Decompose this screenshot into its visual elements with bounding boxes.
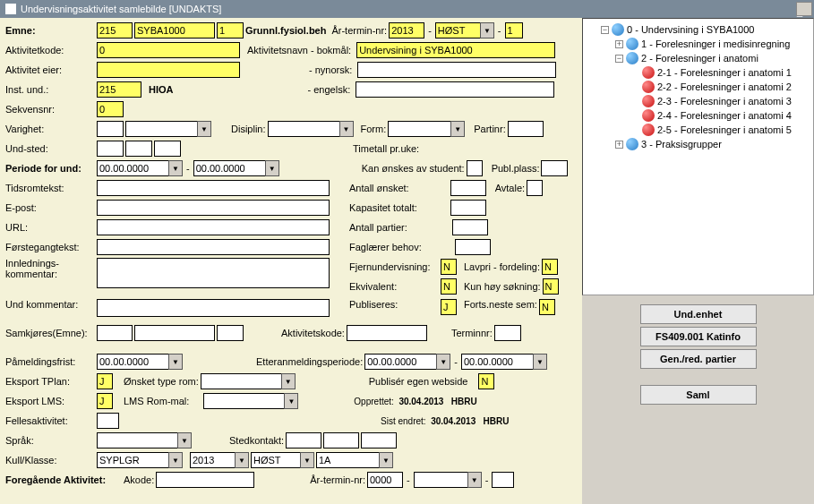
pub-web-input[interactable] [478, 373, 494, 389]
eksport-tplan-input[interactable] [97, 373, 113, 389]
und-sted-2[interactable] [125, 141, 152, 157]
katinfo-button[interactable]: FS409.001 Katinfo [640, 327, 757, 346]
und-sted-3[interactable] [154, 141, 181, 157]
etter-d1[interactable] [364, 354, 436, 370]
tree-node-2[interactable]: 2 - Forelesninger i anatomi [641, 53, 758, 64]
periode-d2[interactable] [193, 160, 265, 176]
tree-node-24[interactable]: 2-4 - Forelesninger i anatomi 4 [657, 110, 792, 121]
sam-2[interactable] [134, 325, 215, 341]
onsket-rom-dd[interactable]: ▼ [281, 373, 296, 389]
gen-red-partier-button[interactable]: Gen./red. partier [640, 349, 757, 369]
lavpri-input[interactable] [542, 259, 558, 275]
publiseres-input[interactable] [441, 299, 457, 315]
lms-mal-dd[interactable]: ▼ [284, 393, 298, 409]
periode-d1[interactable] [97, 160, 168, 176]
antall-partier-input[interactable] [452, 219, 488, 235]
sam-akt[interactable] [347, 325, 427, 341]
aktivitetsnavn-input[interactable] [356, 42, 555, 58]
kull-1[interactable] [97, 452, 168, 468]
fg-term-dd[interactable]: ▼ [467, 472, 482, 488]
fjernund-input[interactable] [441, 259, 457, 275]
eksport-lms-input[interactable] [97, 393, 113, 409]
onsket-rom-input[interactable] [201, 373, 281, 389]
emne-subject[interactable] [134, 22, 215, 38]
sprak-input[interactable] [97, 432, 177, 448]
tidsromtekst-input[interactable] [97, 180, 330, 196]
epost-input[interactable] [97, 200, 330, 216]
engelsk-input[interactable] [356, 81, 554, 98]
form-dd[interactable]: ▼ [450, 121, 465, 137]
tree-node-22[interactable]: 2-2 - Forelesninger i anatomi 2 [657, 81, 792, 92]
nr-input[interactable] [505, 22, 523, 38]
pamelding-d[interactable] [97, 354, 168, 370]
stedk-1[interactable] [286, 432, 321, 448]
fg-term[interactable] [414, 472, 467, 488]
collapse-icon[interactable]: − [615, 55, 623, 63]
disiplin-dd[interactable]: ▼ [339, 121, 354, 137]
etter-d2[interactable] [461, 354, 533, 370]
sam-term[interactable] [494, 325, 521, 341]
avtale-input[interactable] [527, 180, 543, 196]
kull-2[interactable] [190, 452, 235, 468]
periode-d2-dd[interactable]: ▼ [265, 160, 279, 176]
etter-d1-dd[interactable]: ▼ [436, 354, 450, 370]
sprak-dd[interactable]: ▼ [177, 432, 192, 448]
term-dropdown[interactable]: ▼ [480, 22, 494, 38]
tree-node-25[interactable]: 2-5 - Forelesninger i anatomi 5 [657, 124, 792, 135]
varighet-2[interactable] [125, 121, 197, 137]
saml-button[interactable]: Saml [640, 385, 757, 405]
emne-code[interactable] [97, 22, 133, 38]
fg-nr[interactable] [492, 472, 514, 488]
kan-onskes-input[interactable] [467, 160, 483, 176]
ar-input[interactable] [389, 22, 424, 38]
activity-tree[interactable]: −0 - Undervsining i SYBA1000 +1 - Forele… [582, 18, 814, 295]
aktivitetkode-input[interactable] [97, 42, 240, 58]
varighet-dd[interactable]: ▼ [197, 121, 211, 137]
faglarer-input[interactable] [455, 239, 491, 255]
stedk-3[interactable] [361, 432, 397, 448]
und-sted-1[interactable] [97, 141, 124, 157]
inst-und-1[interactable] [97, 81, 141, 98]
pamelding-dd[interactable]: ▼ [168, 354, 183, 370]
tree-node-21[interactable]: 2-1 - Forelesninger i anatomi 1 [657, 67, 792, 78]
sekvensnr-input[interactable] [97, 101, 124, 117]
kull-3[interactable] [251, 452, 300, 468]
aktivitet-eier-input[interactable] [97, 62, 240, 78]
varighet-1[interactable] [97, 121, 124, 137]
sam-1[interactable] [97, 325, 133, 341]
tree-node-3[interactable]: 3 - Praksisgrupper [641, 139, 722, 149]
innlednings-input[interactable] [97, 258, 330, 288]
expand-icon[interactable]: + [615, 141, 623, 149]
tree-node-root[interactable]: 0 - Undervsining i SYBA1000 [627, 24, 754, 35]
kull-1-dd[interactable]: ▼ [168, 452, 183, 468]
disiplin-input[interactable] [268, 121, 339, 137]
partinr-input[interactable] [508, 121, 544, 137]
tree-node-23[interactable]: 2-3 - Forelesninger i anatomi 3 [657, 96, 792, 107]
kapasitet-input[interactable] [450, 200, 486, 216]
kull-2-dd[interactable]: ▼ [235, 452, 249, 468]
kull-4[interactable] [316, 452, 379, 468]
publ-plass-input[interactable] [541, 160, 568, 176]
collapse-icon[interactable]: − [601, 26, 609, 34]
etter-d2-dd[interactable]: ▼ [533, 354, 547, 370]
url-input[interactable] [97, 219, 330, 235]
expand-icon[interactable]: + [615, 40, 623, 48]
kull-3-dd[interactable]: ▼ [300, 452, 314, 468]
fg-year[interactable] [367, 472, 403, 488]
minimize-button[interactable]: _ [796, 2, 812, 16]
forstegang-input[interactable] [97, 239, 330, 255]
nynorsk-input[interactable] [357, 62, 556, 78]
und-kommentar-input[interactable] [97, 299, 330, 317]
sam-3[interactable] [217, 325, 244, 341]
emne-ver[interactable] [217, 22, 244, 38]
felles-input[interactable] [97, 413, 119, 429]
kull-4-dd[interactable]: ▼ [379, 452, 393, 468]
kunhoy-input[interactable] [543, 278, 559, 295]
lms-mal-input[interactable] [203, 393, 284, 409]
stedk-2[interactable] [323, 432, 359, 448]
akode-input[interactable] [156, 472, 254, 488]
form-input[interactable] [388, 121, 450, 137]
term-input[interactable] [435, 22, 480, 38]
tree-node-1[interactable]: 1 - Forelesninger i medisinregning [641, 38, 790, 49]
forts-input[interactable] [539, 299, 555, 315]
